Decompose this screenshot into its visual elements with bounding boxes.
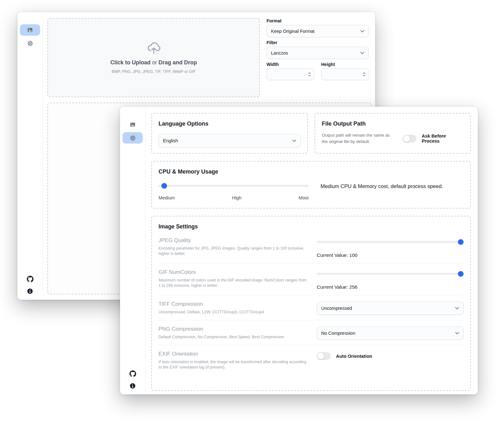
dropzone-title-drag: Drag and Drop (159, 59, 197, 66)
image-icon (129, 121, 136, 128)
upload-dropzone[interactable]: Click to Upload or Drag and Drop BMP, PN… (47, 18, 260, 97)
jpeg-quality-description: Encoding parameter for JPG, JPEG images.… (159, 246, 307, 257)
cpu-slider-labels: Medium High Most (159, 195, 309, 200)
github-icon (129, 370, 136, 377)
jpeg-quality-row: JPEG Quality Encoding parameter for JPG,… (159, 232, 464, 263)
chevron-down-icon (455, 307, 459, 310)
exif-orientation-row: EXIF Orientation If auto orientation is … (159, 345, 464, 375)
cpu-label-high: High (232, 195, 242, 200)
dropzone-formats: BMP, PNG, JPG, JPEG, TIF, TIFF, WebP or … (112, 69, 196, 74)
slider-thumb[interactable] (458, 271, 464, 277)
file-output-path-title: File Output Path (322, 121, 464, 127)
filter-label: Filter (267, 40, 277, 45)
cpu-status-text: Medium CPU & Memory cost, default proces… (321, 183, 443, 189)
sidebar (120, 107, 146, 394)
format-value: Keep Original Format (271, 29, 315, 34)
slider-thumb[interactable] (161, 183, 167, 189)
gif-numcolors-description: Maximum number of colors used in the GIF… (159, 278, 307, 288)
sidebar-item-settings[interactable] (123, 132, 143, 144)
tiff-compression-description: Uncompressed, Deflate, LZW, CCITTGroup3,… (159, 310, 307, 315)
toggle-knob (403, 135, 410, 142)
gear-icon (129, 135, 136, 141)
png-compression-select[interactable]: No Compression (317, 327, 464, 340)
format-label: Format (267, 18, 281, 23)
github-icon (27, 276, 33, 282)
gear-icon (27, 40, 33, 47)
filter-value: Lanczos (271, 50, 288, 56)
stepper-icon[interactable] (363, 72, 366, 77)
toggle-knob (317, 353, 324, 359)
github-button[interactable] (120, 370, 145, 377)
image-settings-card: Image Settings JPEG Quality Encoding par… (151, 216, 471, 391)
height-label: Height (321, 62, 335, 67)
chevron-down-icon (360, 30, 364, 32)
dropzone-title-click: Click to Upload (110, 59, 150, 66)
format-select[interactable]: Keep Original Format (267, 25, 369, 37)
width-label: Width (267, 62, 279, 67)
height-input[interactable] (321, 68, 369, 80)
info-button[interactable] (120, 383, 145, 389)
gif-numcolors-title: GIF NumColors (159, 269, 307, 275)
info-button[interactable] (17, 288, 43, 294)
file-output-path-card: File Output Path Output path will remain… (315, 113, 471, 154)
cpu-label-medium: Medium (159, 195, 175, 200)
github-button[interactable] (17, 276, 43, 282)
tiff-compression-value: Uncompressed (321, 306, 352, 311)
image-icon (27, 27, 33, 33)
gif-numcolors-row: GIF NumColors Maximum number of colors u… (159, 263, 464, 295)
slider-thumb[interactable] (458, 239, 464, 245)
chevron-down-icon (455, 332, 459, 334)
slider-track[interactable] (159, 185, 309, 187)
jpeg-quality-slider[interactable] (317, 239, 464, 245)
language-options-title: Language Options (159, 121, 301, 127)
sidebar-item-settings[interactable] (20, 38, 40, 49)
cloud-upload-icon (146, 42, 161, 55)
language-value: English (163, 138, 178, 143)
png-compression-title: PNG Compression (159, 326, 307, 332)
auto-orientation-label: Auto Orientation (336, 354, 372, 359)
language-select[interactable]: English (159, 134, 301, 148)
tiff-compression-select[interactable]: Uncompressed (317, 302, 464, 315)
exif-orientation-title: EXIF Orientation (159, 351, 307, 357)
gif-numcolors-current-value: Current Value: 256 (317, 284, 464, 290)
language-options-card: Language Options English (151, 113, 308, 154)
png-compression-description: Default Compression, No Compression, Bes… (159, 334, 307, 340)
settings-window: Language Options English File Output Pat… (120, 107, 478, 394)
width-input[interactable] (267, 68, 315, 80)
jpeg-quality-current-value: Current Value: 100 (317, 252, 464, 258)
ask-before-process-toggle[interactable] (403, 135, 417, 143)
info-icon (27, 288, 33, 294)
dropzone-title-or: or (151, 59, 159, 66)
auto-orientation-toggle[interactable] (317, 352, 331, 360)
png-compression-value: No Compression (321, 331, 355, 336)
sidebar-item-images[interactable] (20, 24, 40, 36)
cpu-memory-card: CPU & Memory Usage Medium High Most Medi… (151, 161, 471, 209)
exif-orientation-description: If auto orientation is enabled, the imag… (159, 359, 307, 370)
cpu-memory-title: CPU & Memory Usage (159, 168, 464, 175)
slider-track[interactable] (317, 273, 464, 275)
dropzone-title: Click to Upload or Drag and Drop (110, 59, 197, 66)
chevron-down-icon (292, 139, 296, 142)
info-icon (129, 383, 136, 389)
cpu-label-most: Most (299, 195, 309, 200)
height-field[interactable] (325, 68, 363, 80)
slider-track[interactable] (317, 241, 464, 243)
sidebar-item-images[interactable] (123, 119, 143, 130)
tiff-compression-row: TIFF Compression Uncompressed, Deflate, … (159, 295, 464, 320)
png-compression-row: PNG Compression Default Compression, No … (159, 320, 464, 345)
chevron-down-icon (360, 52, 364, 54)
output-path-description: Output path will remain the same as the … (322, 132, 392, 145)
ask-before-process-label: Ask Before Process (422, 133, 464, 144)
gif-numcolors-slider[interactable] (317, 271, 464, 277)
jpeg-quality-title: JPEG Quality (159, 237, 307, 244)
width-field[interactable] (270, 68, 308, 80)
filter-select[interactable]: Lanczos (267, 47, 369, 59)
tiff-compression-title: TIFF Compression (159, 301, 307, 307)
cpu-slider[interactable] (159, 183, 309, 189)
sidebar (17, 12, 43, 300)
image-settings-title: Image Settings (159, 223, 464, 230)
stepper-icon[interactable] (308, 72, 311, 77)
